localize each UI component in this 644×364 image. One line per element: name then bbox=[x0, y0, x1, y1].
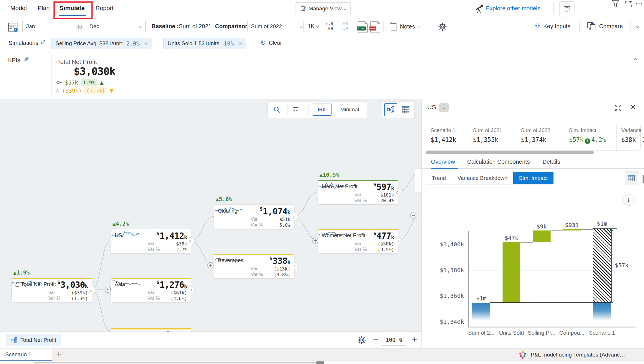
expand-window-icon[interactable] bbox=[624, 0, 632, 8]
collapse-children-button[interactable] bbox=[290, 213, 298, 221]
increase-decimals-button[interactable]: .00→.0 bbox=[341, 21, 348, 31]
node-title: Clothing bbox=[218, 208, 237, 214]
subtab-trend[interactable]: Trend bbox=[426, 172, 452, 184]
period-from-select[interactable]: Jan bbox=[22, 21, 82, 32]
kpis-label: KPIs bbox=[8, 57, 20, 64]
panel-node-selector[interactable] bbox=[439, 103, 449, 112]
node-variance-row: Var %2.7% bbox=[147, 247, 187, 252]
edit-view-icon bbox=[300, 6, 306, 12]
export-pdf-button[interactable]: PDF bbox=[370, 21, 380, 33]
table-view-button[interactable] bbox=[399, 103, 412, 116]
scrollbar-thumb-dark[interactable] bbox=[316, 361, 324, 364]
simulation-slider-icon bbox=[55, 81, 62, 85]
add-scenario-button[interactable]: + bbox=[56, 350, 62, 358]
node-variance-row: Var$51k bbox=[251, 217, 290, 222]
stat-variance: Variance $38k2.7% bbox=[617, 124, 644, 150]
kpis-row: KPIs ✎ Total Net Profit $3,030k $57k 1.9… bbox=[0, 52, 644, 100]
more-options-icon[interactable]: ⋯ bbox=[635, 0, 643, 7]
bar-value-label: $9k bbox=[526, 223, 557, 230]
simulations-row: Simulations ✎ Selling Price Avg. $381/un… bbox=[0, 35, 644, 52]
model-name[interactable]: P&L model using Templates (Advanc… bbox=[531, 352, 625, 358]
table-icon bbox=[628, 175, 635, 182]
expand-children-button[interactable] bbox=[187, 286, 195, 294]
expand-children-button[interactable] bbox=[394, 237, 402, 245]
explore-other-models-link[interactable]: Explore other models bbox=[486, 5, 540, 12]
remove-chip-icon[interactable]: × bbox=[238, 40, 242, 47]
tree-node-asia[interactable]: Asia$1,276kVar($61k)Var %(4.6%) bbox=[111, 278, 191, 302]
kpi-sim-impact-row: $57k 1.9% ▲ bbox=[55, 79, 103, 86]
simulation-chip-selling-price[interactable]: Selling Price Avg. $381/unit 2.0% × bbox=[51, 38, 152, 49]
chevron-down-icon bbox=[300, 25, 303, 28]
download-chart-button[interactable]: ↓ bbox=[623, 194, 635, 206]
subtab-sim-impact[interactable]: Sim. Impact bbox=[513, 172, 553, 184]
tree-node-men-net-profit[interactable]: ▲10.5%Men- Net Profit$597kVar$101kVar %2… bbox=[318, 180, 398, 205]
nav-plan[interactable]: Plan bbox=[38, 5, 50, 12]
notes-button[interactable]: Notes bbox=[389, 21, 419, 32]
zoom-out-button[interactable]: − bbox=[373, 335, 379, 343]
nav-report[interactable]: Report bbox=[95, 5, 114, 12]
show-data-table-button[interactable] bbox=[625, 171, 638, 185]
bar-value-label: $47k bbox=[496, 235, 527, 241]
stats-scrollbar[interactable] bbox=[426, 151, 594, 154]
subtab-variance-breakdown[interactable]: Variance Breakdown bbox=[452, 172, 513, 184]
node-variance-row: Var %20.4% bbox=[354, 198, 394, 203]
manage-view-button[interactable]: Manage View bbox=[296, 2, 351, 15]
nav-model[interactable]: Model bbox=[10, 5, 27, 12]
presentation-mode-button[interactable] bbox=[559, 1, 574, 16]
node-title: Women- Net Profit bbox=[322, 232, 365, 239]
scrollbar-thumb[interactable] bbox=[34, 362, 324, 363]
tree-view-button[interactable] bbox=[384, 103, 397, 116]
canvas-settings-gear-icon[interactable] bbox=[356, 335, 367, 345]
tab-calculation-components[interactable]: Calculation Components bbox=[467, 159, 530, 165]
decrease-decimals-button[interactable]: ←.0.00 bbox=[326, 21, 333, 31]
expand-panel-icon[interactable] bbox=[614, 104, 622, 112]
tree-node-clothing[interactable]: ▲5.6%Clothing$1,074kVar$51kVar %5.0% bbox=[214, 204, 294, 229]
close-panel-icon[interactable]: × bbox=[629, 102, 637, 112]
tab-scenario-1[interactable]: Scenario 1 bbox=[0, 348, 52, 361]
kpi-title: Total Net Profit bbox=[57, 58, 97, 65]
simulations-label: Simulations bbox=[9, 40, 38, 46]
view-minimal-toggle[interactable]: Minimal bbox=[336, 104, 364, 116]
node-title: Men- Net Profit bbox=[322, 183, 357, 190]
panel-scrollbar[interactable] bbox=[643, 175, 644, 183]
toolbar-overflow-chevron[interactable] bbox=[635, 24, 639, 28]
period-settings-icon[interactable] bbox=[7, 21, 18, 33]
key-inputs-button[interactable]: ☆ Key Inputs bbox=[534, 22, 570, 31]
layout-direction-button[interactable] bbox=[292, 106, 304, 113]
tree-node-us[interactable]: ▲4.2%US$1,412kVar$38kVar %2.7% bbox=[111, 229, 191, 254]
root-node-breadcrumb[interactable]: Total Net Profit bbox=[6, 334, 61, 346]
waterfall-bar-total-base bbox=[593, 303, 611, 321]
clear-simulations-button[interactable]: ↻ Clear bbox=[260, 39, 282, 47]
horizontal-scrollbar[interactable] bbox=[0, 361, 644, 364]
tree-node-beverages[interactable]: Beverages$338kVar($13k)Var %(3.8%) bbox=[214, 254, 294, 279]
kpi-value: $3,030k bbox=[74, 65, 115, 77]
remove-chip-icon[interactable]: × bbox=[144, 40, 148, 47]
tree-node-partial[interactable]: $342k bbox=[111, 328, 191, 331]
search-node-button[interactable] bbox=[271, 103, 283, 116]
bar-value-label: $931 bbox=[556, 222, 588, 228]
tree-node-total-net-profit[interactable]: ▲1.9%Total Net Profit$3,030kVar($39k)Var… bbox=[12, 278, 92, 302]
simulation-chip-units-sold[interactable]: Units Sold 1,531units 10% × bbox=[163, 38, 246, 49]
collapse-children-button[interactable] bbox=[187, 237, 195, 245]
filter-icon[interactable] bbox=[611, 0, 620, 8]
export-xlsx-button[interactable]: XLSX bbox=[358, 21, 368, 33]
view-full-toggle[interactable]: Full bbox=[313, 104, 331, 116]
edit-simulations-icon[interactable]: ✎ bbox=[40, 39, 45, 46]
root-node-label: Total Net Profit bbox=[20, 337, 56, 343]
unit-scale-button[interactable]: 1K bbox=[308, 23, 319, 30]
tree-node-women-net-profit[interactable]: Women- Net Profit$477kVar($50k)Var %(9.5… bbox=[318, 229, 398, 254]
edit-kpis-icon[interactable]: ✎ bbox=[24, 56, 29, 63]
comparison-select[interactable]: Sum of 2022 bbox=[247, 21, 306, 32]
collapse-children-button[interactable] bbox=[394, 188, 402, 196]
tab-overview[interactable]: Overview bbox=[431, 159, 455, 165]
zoom-level-value[interactable]: 100 % bbox=[382, 334, 406, 346]
compare-button[interactable]: Compare bbox=[586, 21, 623, 31]
view-settings-gear-icon[interactable] bbox=[437, 22, 448, 32]
zoom-in-button[interactable]: + bbox=[411, 335, 417, 343]
kpi-card-total-net-profit[interactable]: Total Net Profit $3,030k $57k 1.9% ▲ △ (… bbox=[51, 55, 120, 96]
expand-children-button[interactable] bbox=[290, 262, 298, 270]
collapse-kpi-row-chevron[interactable] bbox=[634, 58, 638, 62]
period-to-select[interactable]: Dec bbox=[86, 21, 145, 32]
tab-details[interactable]: Details bbox=[543, 159, 560, 165]
collapse-children-button[interactable] bbox=[87, 286, 95, 294]
